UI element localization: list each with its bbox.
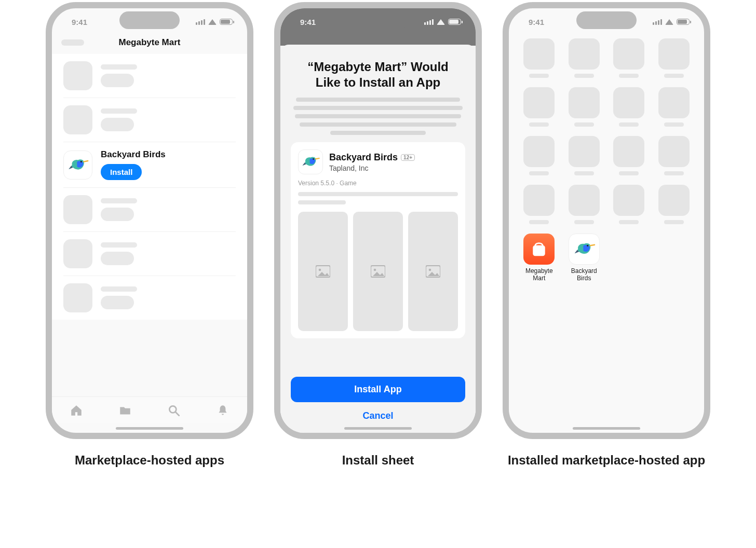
caption: Installed marketplace-hosted app (508, 453, 705, 468)
app-placeholder[interactable] (521, 185, 557, 224)
home-screen-grid: Megabyte Mart Backyard Birds (509, 33, 704, 282)
dynamic-island (119, 11, 180, 29)
home-indicator (573, 427, 640, 430)
status-time: 9:41 (72, 18, 87, 26)
placeholder-button (101, 74, 134, 87)
backyard-birds-icon (63, 150, 92, 180)
sheet-title: “Megabyte Mart” Would Like to Install an… (297, 59, 459, 90)
caption: Marketplace-hosted apps (75, 453, 224, 468)
app-placeholder[interactable] (566, 136, 602, 175)
placeholder-button (101, 252, 134, 265)
app-icon-placeholder (63, 61, 92, 90)
screenshot-placeholder (408, 212, 458, 331)
placeholder-button (101, 208, 134, 221)
caption: Install sheet (342, 453, 414, 468)
home-indicator (116, 427, 183, 430)
battery-icon (677, 19, 690, 25)
install-button[interactable]: Install (101, 164, 142, 180)
app-placeholder[interactable] (521, 38, 557, 78)
placeholder-button (101, 118, 134, 131)
megabyte-mart-icon (523, 234, 555, 265)
status-icons (196, 19, 233, 25)
folder-icon[interactable] (118, 404, 132, 417)
status-time: 9:41 (529, 18, 544, 26)
column-install-sheet: 9:41 “Megabyte Mart” Would Like to Insta… (274, 2, 482, 468)
app-list: Backyard Birds Install (52, 54, 247, 320)
column-marketplace: 9:41 Megabyte Mart (46, 2, 253, 468)
cellular-icon (196, 19, 205, 25)
install-app-button[interactable]: Install App (291, 377, 465, 402)
wifi-icon (208, 19, 217, 25)
app-icon-placeholder (63, 283, 92, 312)
app-placeholder[interactable] (656, 87, 692, 127)
developer-name: Tapland, Inc (329, 164, 415, 172)
app-placeholder[interactable] (656, 185, 692, 224)
column-home-screen: 9:41 (503, 2, 710, 468)
placeholder-line (298, 200, 346, 204)
app-placeholder[interactable] (611, 136, 647, 175)
list-item[interactable] (63, 98, 236, 142)
app-placeholder[interactable] (611, 38, 647, 78)
app-placeholder[interactable] (566, 87, 602, 127)
tab-bar (52, 396, 247, 423)
status-icons (653, 19, 690, 25)
list-item[interactable] (63, 276, 236, 320)
wifi-icon (437, 19, 445, 25)
age-rating-badge: 12+ (401, 154, 415, 161)
app-placeholder[interactable] (656, 136, 692, 175)
bell-icon[interactable] (216, 404, 230, 417)
app-placeholder[interactable] (566, 38, 602, 78)
app-icon-placeholder (63, 239, 92, 268)
app-icon-placeholder (63, 105, 92, 134)
placeholder-line (101, 198, 137, 203)
app-placeholder[interactable] (566, 185, 602, 224)
search-icon[interactable] (167, 404, 181, 417)
backyard-birds-icon (298, 149, 323, 174)
app-placeholder[interactable] (521, 136, 557, 175)
nav-title: Megabyte Mart (118, 37, 180, 48)
placeholder-line (298, 192, 458, 196)
backyard-birds-icon (569, 234, 600, 265)
home-icon[interactable] (70, 404, 83, 417)
app-placeholder[interactable] (611, 87, 647, 127)
app-placeholder[interactable] (656, 38, 692, 78)
list-item[interactable] (63, 188, 236, 232)
svg-line-5 (176, 412, 179, 416)
app-name: Backyard Birds (329, 152, 398, 163)
battery-icon (448, 19, 461, 25)
version-category: Version 5.5.0 · Game (298, 180, 458, 187)
back-button-placeholder[interactable] (61, 39, 84, 46)
app-placeholder[interactable] (521, 87, 557, 127)
cancel-button[interactable]: Cancel (359, 407, 396, 424)
placeholder-line (101, 242, 137, 248)
app-placeholder[interactable] (611, 185, 647, 224)
screenshot-placeholder (298, 212, 348, 331)
home-indicator (344, 427, 412, 430)
status-icons (424, 19, 461, 25)
list-item-backyard-birds[interactable]: Backyard Birds Install (63, 142, 236, 188)
list-item[interactable] (63, 232, 236, 276)
app-name: Backyard Birds (101, 149, 166, 160)
app-backyard-birds[interactable]: Backyard Birds (566, 234, 602, 282)
status-time: 9:41 (300, 18, 316, 26)
placeholder-line (101, 286, 137, 292)
screenshot-placeholder (353, 212, 403, 331)
app-label: Backyard Birds (566, 268, 602, 282)
app-info-card: Backyard Birds 12+ Tapland, Inc Version … (291, 142, 465, 338)
placeholder-line (101, 64, 137, 70)
placeholder-line (101, 108, 137, 114)
install-sheet: “Megabyte Mart” Would Like to Install an… (280, 45, 476, 433)
list-item[interactable] (63, 54, 236, 98)
dynamic-island (348, 11, 408, 29)
app-megabyte-mart[interactable]: Megabyte Mart (521, 234, 557, 282)
placeholder-button (101, 296, 134, 309)
phone-home-screen: 9:41 (503, 2, 710, 439)
navigation-bar: Megabyte Mart (52, 33, 247, 52)
wifi-icon (665, 19, 673, 25)
phone-install-sheet: 9:41 “Megabyte Mart” Would Like to Insta… (274, 2, 482, 439)
phone-marketplace: 9:41 Megabyte Mart (46, 2, 253, 439)
app-label: Megabyte Mart (521, 268, 557, 282)
battery-icon (220, 19, 233, 25)
cellular-icon (424, 19, 434, 25)
screenshots-row (298, 212, 458, 331)
